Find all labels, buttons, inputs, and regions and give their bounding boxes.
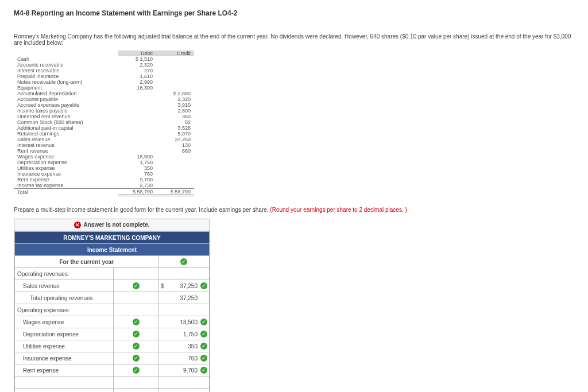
util-label[interactable]: Utilities expense — [15, 340, 114, 352]
tb-row-credit — [156, 154, 194, 160]
wages-label[interactable]: Wages expense — [15, 316, 114, 328]
tb-row-debit — [118, 148, 156, 154]
rent-exp-label[interactable]: Rent expense — [15, 364, 114, 377]
tb-row-credit: 5,070 — [156, 131, 194, 137]
company-name: ROMNEY'S MARKETING COMPANY — [15, 232, 210, 244]
tb-row-debit: 1,750 — [118, 160, 156, 165]
op-rev-header[interactable]: Operating revenues: — [15, 268, 114, 280]
instruction: Prepare a multi-step income statement in… — [14, 207, 574, 213]
tb-row-credit: 660 — [156, 148, 194, 154]
tb-row-debit: 270 — [118, 68, 156, 73]
answer-status: ✕Answer is not complete. — [14, 219, 210, 231]
tb-row-credit: 130 — [156, 142, 194, 148]
tb-row-debit: 350 — [118, 165, 156, 171]
tb-total-debit: $ 58,790 — [118, 189, 156, 196]
tb-row-credit: 360 — [156, 114, 194, 119]
tb-row-debit: 1,610 — [118, 73, 156, 79]
tb-row-credit — [156, 165, 194, 171]
statement-name: Income Statement — [15, 244, 210, 256]
tb-row-label: Sales revenue — [14, 137, 118, 142]
tb-row-credit — [156, 79, 194, 85]
tb-row-debit — [118, 137, 156, 142]
tb-row-credit — [156, 183, 194, 189]
tb-row-label: Accumulated depreciation — [14, 91, 118, 96]
tb-row-debit — [118, 125, 156, 131]
tb-row-label: Income taxes payable — [14, 108, 118, 114]
tb-row-label: Interest receivable — [14, 68, 118, 73]
wages-amt[interactable]: 18,500✓ — [158, 316, 210, 328]
sales-revenue-amt[interactable]: $37,250✓ — [158, 280, 210, 292]
tb-row-debit — [118, 102, 156, 108]
ins-amt[interactable]: 760✓ — [158, 352, 210, 364]
tb-row-debit — [118, 114, 156, 119]
period: For the current year — [15, 256, 159, 268]
tb-row-debit: 16,300 — [118, 85, 156, 91]
page-title: M4-8 Reporting an Income Statement with … — [14, 9, 574, 17]
tb-row-credit: $ 2,880 — [156, 91, 194, 96]
dep-label[interactable]: Depreciation expense — [15, 328, 114, 340]
tb-row-debit: 2,730 — [118, 183, 156, 189]
dep-amt[interactable]: 1,750✓ — [158, 328, 210, 340]
check-icon: ✓ — [133, 355, 140, 362]
total-op-exp-label: Total operating expenses — [15, 389, 114, 393]
intro-text: Romney's Marketing Company has the follo… — [14, 33, 574, 46]
tb-head-credit: Credit — [156, 51, 194, 56]
tb-row-label: Equipment — [14, 85, 118, 91]
tb-row-debit — [118, 119, 156, 125]
x-icon: ✕ — [74, 222, 81, 228]
tb-row-debit — [118, 131, 156, 137]
tb-row-label: Notes receivable (long-term) — [14, 79, 118, 85]
tb-row-label: Retained earnings — [14, 131, 118, 137]
tb-row-label: Cash — [14, 56, 118, 62]
check-icon: ✓ — [200, 331, 207, 337]
answer-box: ✕Answer is not complete. ROMNEY'S MARKET… — [14, 219, 210, 392]
check-icon: ✓ — [133, 367, 140, 374]
check-icon: ✓ — [200, 282, 207, 289]
tb-row-label: Unearned rent revenue — [14, 114, 118, 119]
tb-row-credit: 2,320 — [156, 96, 194, 102]
tb-row-credit — [156, 62, 194, 68]
tb-row-credit — [156, 160, 194, 165]
tb-row-label: Interest revenue — [14, 142, 118, 148]
trial-balance-table: Debit Credit Cash$ 1,510Accounts receiva… — [14, 51, 194, 196]
tb-total-label: Total — [14, 189, 118, 196]
check-icon: ✓ — [133, 282, 140, 289]
tb-row-credit: 2,800 — [156, 108, 194, 114]
check-icon: ✓ — [200, 367, 207, 374]
tb-row-credit — [156, 171, 194, 177]
tb-row-label: Rent revenue — [14, 148, 118, 154]
tb-row-label: Prepaid insurance — [14, 73, 118, 79]
tb-row-label: Additional paid-in capital — [14, 125, 118, 131]
tb-row-label: Income tax expense — [14, 183, 118, 189]
tb-head-debit: Debit — [118, 51, 156, 56]
tb-row-label: Accrued expenses payable — [14, 102, 118, 108]
check-icon: ✓ — [200, 355, 207, 362]
tb-row-debit: 2,990 — [118, 79, 156, 85]
tb-row-label: Depreciation expense — [14, 160, 118, 165]
tb-row-credit: 82 — [156, 119, 194, 125]
tb-row-label: Accounts payable — [14, 96, 118, 102]
check-icon: ✓ — [200, 343, 207, 350]
tb-row-debit: 18,500 — [118, 154, 156, 160]
tb-row-credit — [156, 73, 194, 79]
tb-row-debit: 9,700 — [118, 177, 156, 183]
tb-row-label: Utilities expense — [14, 165, 118, 171]
tb-row-debit — [118, 108, 156, 114]
check-icon: ✓ — [200, 319, 207, 325]
tb-row-credit — [156, 177, 194, 183]
util-amt[interactable]: 350✓ — [158, 340, 210, 352]
tb-row-debit — [118, 91, 156, 96]
ins-label[interactable]: Insurance expense — [15, 352, 114, 364]
tb-row-label: Wages expense — [14, 154, 118, 160]
tb-total-credit: $ 58,790 — [156, 189, 194, 196]
tb-row-credit — [156, 68, 194, 73]
tb-row-debit — [118, 96, 156, 102]
tb-row-credit: 3,910 — [156, 102, 194, 108]
rent-exp-amt[interactable]: 9,700✓ — [158, 364, 210, 377]
tb-row-label: Common Stock (820 shares) — [14, 119, 118, 125]
tb-row-debit: 760 — [118, 171, 156, 177]
sales-revenue-label[interactable]: Sales revenue — [15, 280, 114, 292]
tb-row-credit: 3,528 — [156, 125, 194, 131]
check-icon: ✓ — [133, 331, 140, 337]
op-exp-header[interactable]: Operating expenses: — [15, 304, 114, 316]
